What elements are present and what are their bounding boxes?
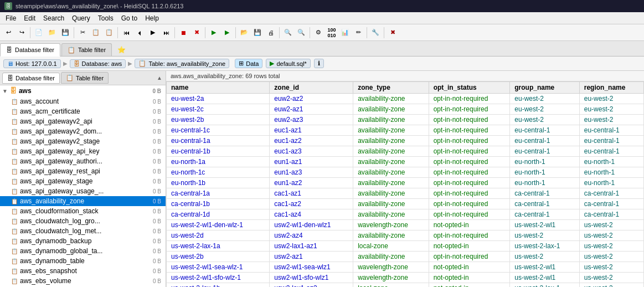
- menu-item-edit[interactable]: Edit: [20, 13, 39, 23]
- tree-item[interactable]: 📋aws_dynamodb_global_ta...0 B: [0, 246, 166, 256]
- zoom-out-button[interactable]: 🔍: [295, 27, 307, 39]
- export-button[interactable]: 💾: [251, 27, 264, 39]
- table-header: namezone_idzone_typeopt_in_statusgroup_n…: [167, 82, 644, 94]
- column-header-group_name[interactable]: group_name: [510, 82, 579, 94]
- data-table-container[interactable]: namezone_idzone_typeopt_in_statusgroup_n…: [166, 81, 644, 287]
- table-row[interactable]: eu-central-1aeuc1-az2availability-zoneop…: [167, 136, 644, 146]
- column-header-opt_in_status[interactable]: opt_in_status: [429, 82, 510, 94]
- open-button[interactable]: 📁: [46, 27, 58, 39]
- table-row[interactable]: us-west-2busw2-az1availability-zoneopt-i…: [167, 252, 644, 262]
- table-row[interactable]: eu-north-1ceun1-az3availability-zoneopt-…: [167, 167, 644, 178]
- run-button[interactable]: ▶: [208, 27, 220, 39]
- table-row[interactable]: us-west-2-lax-1ausw2-lax1-az1local-zonen…: [167, 241, 644, 252]
- chart-button[interactable]: 📊: [339, 27, 351, 39]
- toolbar-separator-5: [205, 27, 205, 38]
- table-row[interactable]: eu-central-1beuc1-az3availability-zoneop…: [167, 146, 644, 157]
- tree-item[interactable]: 📋aws_cloudwatch_log_gro...0 B: [0, 216, 166, 226]
- tree-item-label: aws_api_gateway_api_key: [20, 147, 151, 155]
- tree-item[interactable]: 📋aws_ebs_volume0 B: [0, 276, 166, 286]
- menu-item-go to[interactable]: Go to: [118, 13, 141, 23]
- table-row[interactable]: us-west-2-lax-1busw2-lax1-az2local-zonen…: [167, 283, 644, 288]
- undo-button[interactable]: ↩: [2, 27, 14, 39]
- data-tab-pill[interactable]: ⊞ Data: [235, 59, 262, 68]
- stop-button[interactable]: ⏹: [177, 27, 189, 39]
- tree-item[interactable]: 📋aws_account0 B: [0, 96, 166, 106]
- column-header-zone_type[interactable]: zone_type: [353, 82, 429, 94]
- menu-item-help[interactable]: Help: [142, 13, 162, 23]
- tools-button[interactable]: 🔧: [369, 27, 382, 39]
- table-row[interactable]: us-west-2dusw2-az4availability-zoneopt-i…: [167, 230, 644, 241]
- table-row[interactable]: us-west-2-wl1-sfo-wlz-1usw2-wl1-sfo-wlz1…: [167, 273, 644, 283]
- run-selected-button[interactable]: ▶: [221, 27, 233, 39]
- table-row[interactable]: eu-west-2ceuw2-az1availability-zoneopt-i…: [167, 104, 644, 115]
- table-icon: 📋: [11, 218, 18, 224]
- column-header-zone_id[interactable]: zone_id: [270, 82, 353, 94]
- edit-button[interactable]: ✏: [352, 27, 364, 39]
- tree-item[interactable]: 📋aws_availability_zone0 B: [0, 196, 166, 206]
- table-row[interactable]: eu-central-1ceuc1-az1availability-zoneop…: [167, 125, 644, 136]
- tree-item[interactable]: 📋aws_api_gatewayv2_dom...0 B: [0, 126, 166, 136]
- tree-item[interactable]: 📋aws_ebs_snapshot0 B: [0, 266, 166, 276]
- tab-database-filter[interactable]: 🗄 Database filter: [0, 43, 60, 57]
- tree-item-size: 0 B: [153, 168, 163, 175]
- copy-button[interactable]: 📋: [90, 27, 102, 39]
- table-row[interactable]: us-west-2-wl1-den-wlz-1usw2-wl1-den-wlz1…: [167, 220, 644, 230]
- next-button[interactable]: ▶: [147, 27, 159, 39]
- tree-item[interactable]: 📋aws_dynamodb_backup0 B: [0, 236, 166, 246]
- save-button[interactable]: 💾: [59, 27, 71, 39]
- sql-tab-pill[interactable]: ▶ default.sql*: [266, 59, 310, 68]
- table-row[interactable]: ca-central-1dcac1-az4availability-zoneop…: [167, 209, 644, 220]
- first-button[interactable]: ⏮: [120, 27, 132, 39]
- import-button[interactable]: 📂: [238, 27, 250, 39]
- sidebar-tab-table[interactable]: 📋 Table filter: [61, 72, 109, 84]
- paste-button[interactable]: 📋: [103, 27, 115, 39]
- tree-root-aws[interactable]: ▼ 🗄 aws 0 B: [0, 85, 166, 96]
- tree-item[interactable]: 📋aws_api_gatewayv2_stage0 B: [0, 136, 166, 146]
- last-button[interactable]: ⏭: [160, 27, 172, 39]
- tree-item[interactable]: 📋aws_api_gateway_rest_api0 B: [0, 166, 166, 176]
- table-row[interactable]: eu-north-1aeun1-az1availability-zoneopt-…: [167, 157, 644, 167]
- tab-favorite-star[interactable]: ⭐: [115, 43, 128, 56]
- new-button[interactable]: 📄: [33, 27, 45, 39]
- tree-item[interactable]: 📋aws_api_gateway_api_key0 B: [0, 146, 166, 156]
- prev-button[interactable]: ⏴: [133, 27, 146, 39]
- toolbar-separator-10: [384, 27, 384, 38]
- tree-item[interactable]: 📋aws_api_gateway_authori...0 B: [0, 156, 166, 166]
- table-row[interactable]: eu-west-2aeuw2-az2availability-zoneopt-i…: [167, 94, 644, 104]
- menu-item-query[interactable]: Query: [69, 13, 94, 23]
- tab-table-filter[interactable]: 📋 Table filter: [61, 43, 112, 56]
- tree-item[interactable]: 📋aws_acm_certificate0 B: [0, 106, 166, 116]
- menu-item-search[interactable]: Search: [40, 13, 68, 23]
- cell-group_name: eu-west-2: [510, 94, 579, 104]
- table-row[interactable]: us-west-2-wl1-sea-wlz-1usw2-wl1-sea-wlz1…: [167, 262, 644, 273]
- tree-item[interactable]: 📋aws_cloudformation_stack0 B: [0, 206, 166, 216]
- table-row[interactable]: ca-central-1bcac1-az2availability-zoneop…: [167, 199, 644, 209]
- tree-item[interactable]: 📋aws_api_gatewayv2_api0 B: [0, 116, 166, 126]
- info-pill[interactable]: ℹ: [314, 59, 324, 68]
- close-button[interactable]: ✖: [387, 27, 399, 39]
- tree-item[interactable]: 📋aws_cloudwatch_log_met...0 B: [0, 226, 166, 236]
- menu-item-tools[interactable]: Tools: [95, 13, 117, 23]
- column-header-region_name[interactable]: region_name: [579, 82, 643, 94]
- cut-button[interactable]: ✂: [76, 27, 89, 39]
- sidebar-tab-database[interactable]: 🗄 Database filter: [2, 73, 60, 84]
- cancel-button[interactable]: ✖: [190, 27, 203, 39]
- sql-tab-icon: ▶: [270, 60, 274, 67]
- menu-item-file[interactable]: File: [2, 13, 19, 23]
- table-row[interactable]: eu-west-2beuw2-az3availability-zoneopt-i…: [167, 115, 644, 125]
- database-label: Database: aws: [82, 60, 122, 67]
- zoom-in-button[interactable]: 🔍: [282, 27, 294, 39]
- column-header-name[interactable]: name: [167, 82, 270, 94]
- tree-item[interactable]: 📋aws_api_gateway_stage0 B: [0, 176, 166, 186]
- print-button[interactable]: 🖨: [265, 27, 277, 39]
- tree-item[interactable]: 📋aws_api_gateway_usage_...0 B: [0, 186, 166, 196]
- cell-zone_id: usw2-az1: [270, 252, 353, 262]
- settings-button[interactable]: ⚙: [312, 27, 324, 39]
- tree-item[interactable]: 📋aws_dynamodb_table0 B: [0, 256, 166, 266]
- table-row[interactable]: eu-north-1beun1-az2availability-zoneopt-…: [167, 178, 644, 188]
- table-row[interactable]: ca-central-1acac1-az1availability-zoneop…: [167, 188, 644, 199]
- cell-zone_type: wavelength-zone: [353, 220, 429, 230]
- sidebar-scroll-up[interactable]: ▲: [156, 74, 163, 82]
- count-button[interactable]: 100010: [326, 27, 338, 39]
- redo-button[interactable]: ↪: [16, 27, 28, 39]
